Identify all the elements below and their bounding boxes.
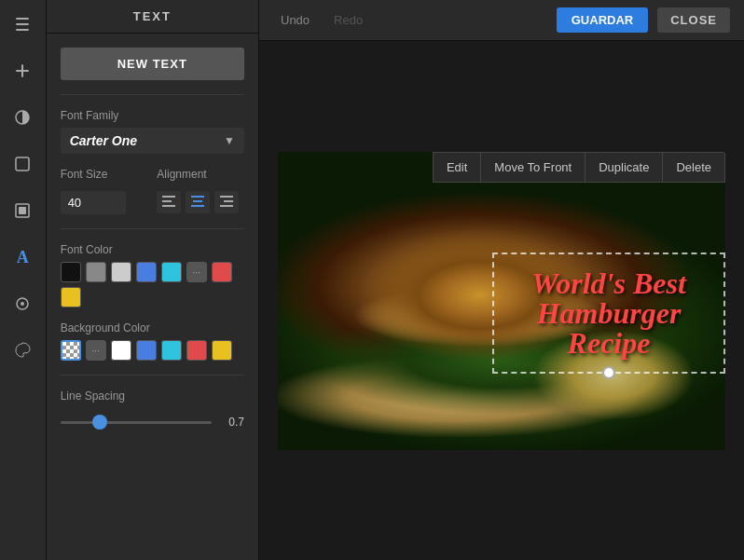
- bg-color-yellow[interactable]: [212, 340, 232, 361]
- svg-rect-11: [162, 196, 175, 198]
- font-family-label: Font Family: [61, 109, 244, 122]
- frame-icon[interactable]: [7, 196, 37, 225]
- svg-rect-8: [19, 207, 26, 214]
- svg-rect-0: [16, 18, 29, 20]
- palette-icon[interactable]: [7, 335, 37, 365]
- color-swatch-red[interactable]: [212, 262, 232, 282]
- bg-color-white[interactable]: [111, 340, 131, 361]
- svg-point-10: [21, 302, 24, 306]
- main-area: Undo Redo GUARDAR CLOSE Edit Move To Fro…: [259, 0, 744, 560]
- alignment-buttons: [157, 191, 244, 213]
- draw-icon[interactable]: [7, 289, 37, 319]
- svg-rect-19: [220, 205, 233, 207]
- svg-rect-15: [193, 200, 202, 202]
- svg-rect-1: [16, 23, 29, 25]
- bg-color-cyan[interactable]: [161, 340, 182, 361]
- font-color-label: Font Color: [61, 243, 244, 256]
- font-size-label: Font Size: [61, 168, 148, 181]
- add-icon[interactable]: [7, 56, 37, 86]
- context-delete-button[interactable]: Delete: [662, 152, 725, 183]
- panel-title: TEXT: [47, 0, 258, 34]
- layers-icon[interactable]: [7, 9, 37, 39]
- new-text-button[interactable]: NEW TEXT: [61, 48, 244, 80]
- context-menu: Edit Move To Front Duplicate Delete: [433, 152, 725, 183]
- text-overlay[interactable]: World's Best Hamburger Recipe: [492, 253, 725, 374]
- font-color-section: Font Color ···: [61, 243, 244, 307]
- color-swatch-gray2[interactable]: [111, 262, 131, 282]
- font-color-swatches: ···: [61, 262, 244, 307]
- undo-button[interactable]: Undo: [273, 9, 317, 31]
- svg-rect-4: [16, 70, 29, 72]
- bg-color-more[interactable]: ···: [86, 340, 106, 361]
- size-alignment-row: Font Size Alignment: [61, 168, 244, 214]
- svg-rect-18: [224, 200, 233, 202]
- guardar-button[interactable]: GUARDAR: [557, 7, 648, 33]
- bg-color-label: Background Color: [61, 321, 244, 335]
- bg-color-transparent[interactable]: [61, 340, 81, 361]
- svg-rect-2: [16, 29, 29, 31]
- context-duplicate-button[interactable]: Duplicate: [585, 152, 662, 183]
- redo-button[interactable]: Redo: [326, 9, 370, 31]
- effects-icon[interactable]: [7, 102, 37, 132]
- image-canvas: Edit Move To Front Duplicate Delete Worl…: [278, 152, 725, 450]
- align-left-button[interactable]: [157, 191, 181, 213]
- font-size-col: Font Size: [61, 168, 148, 214]
- line-spacing-label: Line Spacing: [61, 389, 244, 403]
- align-center-button[interactable]: [186, 191, 210, 213]
- text-icon[interactable]: A: [7, 242, 37, 272]
- color-swatch-cyan[interactable]: [161, 262, 182, 282]
- chevron-down-icon: ▼: [224, 134, 235, 147]
- line-spacing-section: Line Spacing 0.7: [61, 389, 244, 429]
- svg-rect-17: [220, 196, 233, 198]
- close-button[interactable]: CLOSE: [657, 7, 730, 33]
- overlay-text-content: World's Best Hamburger Recipe: [513, 268, 705, 358]
- font-family-selector[interactable]: Carter One ▼: [61, 128, 244, 154]
- sticker-icon[interactable]: [7, 149, 37, 179]
- font-family-value: Carter One: [70, 133, 137, 148]
- bg-color-section: Background Color ···: [61, 321, 244, 361]
- svg-rect-13: [162, 205, 175, 207]
- color-swatch-gray1[interactable]: [86, 262, 106, 282]
- context-move-to-front-button[interactable]: Move To Front: [480, 152, 585, 183]
- bg-color-red[interactable]: [186, 340, 207, 361]
- align-right-button[interactable]: [214, 191, 239, 213]
- toolbar: Undo Redo GUARDAR CLOSE: [259, 0, 744, 41]
- svg-rect-12: [162, 200, 172, 202]
- text-panel: TEXT NEW TEXT Font Family Carter One ▼ F…: [47, 0, 259, 560]
- line-spacing-slider[interactable]: [61, 421, 212, 424]
- color-swatch-more[interactable]: ···: [186, 262, 207, 282]
- line-spacing-row: 0.7: [61, 416, 244, 429]
- bg-color-blue[interactable]: [136, 340, 157, 361]
- icon-bar: A: [0, 0, 47, 560]
- font-family-section: Font Family Carter One ▼: [61, 109, 244, 154]
- canvas-area: Edit Move To Front Duplicate Delete Worl…: [259, 41, 744, 560]
- line-spacing-value: 0.7: [221, 416, 244, 429]
- color-swatch-blue[interactable]: [136, 262, 157, 282]
- bg-color-swatches: ···: [61, 340, 244, 361]
- alignment-label: Alignment: [157, 168, 244, 181]
- alignment-col: Alignment: [157, 168, 244, 214]
- svg-rect-6: [16, 157, 29, 171]
- color-swatch-black[interactable]: [61, 262, 81, 282]
- font-size-input[interactable]: [61, 191, 126, 214]
- svg-rect-14: [191, 196, 204, 198]
- color-swatch-yellow[interactable]: [61, 287, 81, 307]
- context-edit-button[interactable]: Edit: [433, 152, 480, 183]
- svg-rect-16: [191, 205, 204, 207]
- text-resize-handle[interactable]: [602, 366, 615, 379]
